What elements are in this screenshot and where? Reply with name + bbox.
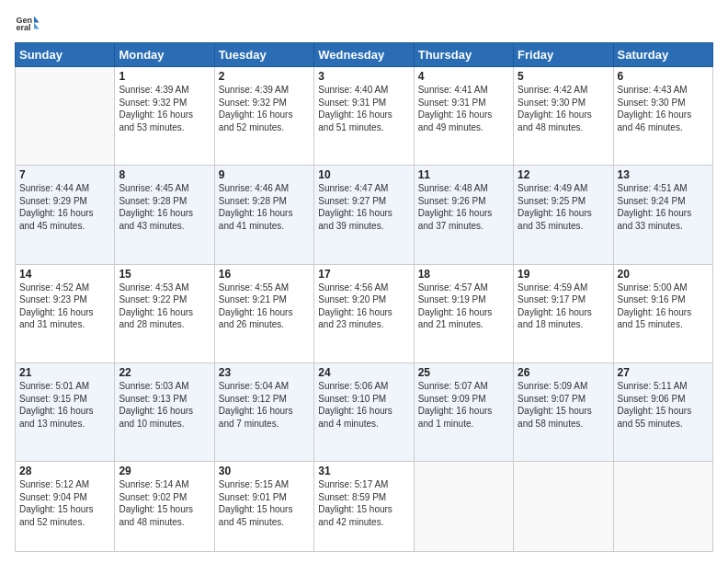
day-info: Sunrise: 5:00 AM Sunset: 9:16 PM Dayligh… (618, 282, 709, 331)
calendar-cell: 4Sunrise: 4:41 AM Sunset: 9:31 PM Daylig… (414, 67, 513, 166)
calendar-week-2: 7Sunrise: 4:44 AM Sunset: 9:29 PM Daylig… (16, 166, 713, 264)
day-number: 24 (318, 366, 409, 379)
day-number: 17 (318, 268, 409, 281)
day-info: Sunrise: 5:04 AM Sunset: 9:12 PM Dayligh… (219, 380, 310, 430)
day-number: 10 (318, 168, 409, 181)
calendar-cell: 22Sunrise: 5:03 AM Sunset: 9:13 PM Dayli… (115, 363, 214, 462)
day-info: Sunrise: 5:11 AM Sunset: 9:06 PM Dayligh… (618, 380, 709, 430)
day-number: 2 (219, 70, 310, 83)
svg-marker-2 (34, 17, 40, 23)
weekday-wednesday: Wednesday (314, 43, 414, 67)
day-number: 9 (219, 168, 310, 181)
day-number: 11 (418, 168, 509, 181)
day-number: 21 (19, 366, 110, 379)
day-info: Sunrise: 4:46 AM Sunset: 9:28 PM Dayligh… (219, 182, 310, 232)
calendar-cell: 3Sunrise: 4:40 AM Sunset: 9:31 PM Daylig… (314, 67, 414, 166)
calendar-cell: 17Sunrise: 4:56 AM Sunset: 9:20 PM Dayli… (314, 264, 414, 362)
calendar-cell: 29Sunrise: 5:14 AM Sunset: 9:02 PM Dayli… (115, 462, 214, 552)
calendar-cell (613, 462, 712, 552)
calendar-cell: 8Sunrise: 4:45 AM Sunset: 9:28 PM Daylig… (115, 166, 214, 264)
day-number: 5 (518, 70, 609, 83)
weekday-tuesday: Tuesday (214, 43, 313, 67)
calendar-cell: 28Sunrise: 5:12 AM Sunset: 9:04 PM Dayli… (16, 462, 115, 552)
day-info: Sunrise: 4:48 AM Sunset: 9:26 PM Dayligh… (418, 182, 509, 232)
logo-icon: Gen eral (15, 11, 40, 37)
calendar-week-3: 14Sunrise: 4:52 AM Sunset: 9:23 PM Dayli… (16, 264, 713, 362)
weekday-saturday: Saturday (613, 43, 712, 67)
day-number: 1 (119, 70, 210, 83)
day-info: Sunrise: 4:47 AM Sunset: 9:27 PM Dayligh… (318, 182, 409, 232)
day-number: 23 (219, 366, 310, 379)
day-number: 3 (318, 70, 409, 83)
day-info: Sunrise: 4:39 AM Sunset: 9:32 PM Dayligh… (119, 84, 210, 133)
day-number: 12 (518, 168, 609, 181)
day-info: Sunrise: 5:09 AM Sunset: 9:07 PM Dayligh… (518, 380, 609, 430)
day-info: Sunrise: 4:56 AM Sunset: 9:20 PM Dayligh… (318, 282, 409, 331)
day-info: Sunrise: 4:41 AM Sunset: 9:31 PM Dayligh… (418, 84, 509, 133)
day-number: 19 (518, 268, 609, 281)
weekday-sunday: Sunday (16, 43, 115, 67)
calendar-cell: 30Sunrise: 5:15 AM Sunset: 9:01 PM Dayli… (214, 462, 313, 552)
day-info: Sunrise: 5:12 AM Sunset: 9:04 PM Dayligh… (19, 478, 110, 528)
calendar-week-5: 28Sunrise: 5:12 AM Sunset: 9:04 PM Dayli… (16, 462, 713, 552)
calendar-cell: 11Sunrise: 4:48 AM Sunset: 9:26 PM Dayli… (414, 166, 513, 264)
calendar-cell: 19Sunrise: 4:59 AM Sunset: 9:17 PM Dayli… (514, 264, 613, 362)
day-number: 27 (618, 366, 709, 379)
day-info: Sunrise: 4:52 AM Sunset: 9:23 PM Dayligh… (19, 282, 110, 331)
calendar-cell: 18Sunrise: 4:57 AM Sunset: 9:19 PM Dayli… (414, 264, 513, 362)
day-info: Sunrise: 4:39 AM Sunset: 9:32 PM Dayligh… (219, 84, 310, 133)
calendar-cell: 31Sunrise: 5:17 AM Sunset: 8:59 PM Dayli… (314, 462, 414, 552)
calendar-cell: 12Sunrise: 4:49 AM Sunset: 9:25 PM Dayli… (514, 166, 613, 264)
day-info: Sunrise: 4:45 AM Sunset: 9:28 PM Dayligh… (119, 182, 210, 232)
day-info: Sunrise: 5:06 AM Sunset: 9:10 PM Dayligh… (318, 380, 409, 430)
day-number: 26 (518, 366, 609, 379)
calendar-cell: 13Sunrise: 4:51 AM Sunset: 9:24 PM Dayli… (613, 166, 712, 264)
calendar-cell: 16Sunrise: 4:55 AM Sunset: 9:21 PM Dayli… (214, 264, 313, 362)
day-info: Sunrise: 4:53 AM Sunset: 9:22 PM Dayligh… (119, 282, 210, 331)
calendar-cell: 5Sunrise: 4:42 AM Sunset: 9:30 PM Daylig… (514, 67, 613, 166)
calendar-table: SundayMondayTuesdayWednesdayThursdayFrid… (15, 42, 713, 552)
calendar-cell: 1Sunrise: 4:39 AM Sunset: 9:32 PM Daylig… (115, 67, 214, 166)
day-info: Sunrise: 5:14 AM Sunset: 9:02 PM Dayligh… (119, 478, 210, 528)
calendar-cell: 10Sunrise: 4:47 AM Sunset: 9:27 PM Dayli… (314, 166, 414, 264)
day-info: Sunrise: 5:17 AM Sunset: 8:59 PM Dayligh… (318, 478, 409, 528)
day-number: 14 (19, 268, 110, 281)
calendar-cell: 7Sunrise: 4:44 AM Sunset: 9:29 PM Daylig… (16, 166, 115, 264)
day-number: 4 (418, 70, 509, 83)
calendar-cell (514, 462, 613, 552)
calendar-cell (16, 67, 115, 166)
calendar-cell: 2Sunrise: 4:39 AM Sunset: 9:32 PM Daylig… (214, 67, 313, 166)
day-info: Sunrise: 4:40 AM Sunset: 9:31 PM Dayligh… (318, 84, 409, 133)
weekday-monday: Monday (115, 43, 214, 67)
day-info: Sunrise: 4:57 AM Sunset: 9:19 PM Dayligh… (418, 282, 509, 331)
calendar-week-4: 21Sunrise: 5:01 AM Sunset: 9:15 PM Dayli… (16, 363, 713, 462)
calendar-cell: 6Sunrise: 4:43 AM Sunset: 9:30 PM Daylig… (613, 67, 712, 166)
day-info: Sunrise: 4:43 AM Sunset: 9:30 PM Dayligh… (618, 84, 709, 133)
day-info: Sunrise: 4:49 AM Sunset: 9:25 PM Dayligh… (518, 182, 609, 232)
day-info: Sunrise: 4:42 AM Sunset: 9:30 PM Dayligh… (518, 84, 609, 133)
page-header: Gen eral (15, 11, 713, 37)
calendar-cell: 20Sunrise: 5:00 AM Sunset: 9:16 PM Dayli… (613, 264, 712, 362)
logo: Gen eral (15, 11, 44, 37)
calendar-body: 1Sunrise: 4:39 AM Sunset: 9:32 PM Daylig… (16, 67, 713, 552)
calendar-cell: 24Sunrise: 5:06 AM Sunset: 9:10 PM Dayli… (314, 363, 414, 462)
day-number: 6 (618, 70, 709, 83)
day-number: 30 (219, 465, 310, 477)
day-info: Sunrise: 5:01 AM Sunset: 9:15 PM Dayligh… (19, 380, 110, 430)
day-info: Sunrise: 4:51 AM Sunset: 9:24 PM Dayligh… (618, 182, 709, 232)
day-number: 22 (119, 366, 210, 379)
calendar-cell (414, 462, 513, 552)
calendar-week-1: 1Sunrise: 4:39 AM Sunset: 9:32 PM Daylig… (16, 67, 713, 166)
day-number: 7 (19, 168, 110, 181)
calendar-cell: 23Sunrise: 5:04 AM Sunset: 9:12 PM Dayli… (214, 363, 313, 462)
day-number: 15 (119, 268, 210, 281)
day-number: 18 (418, 268, 509, 281)
calendar-cell: 14Sunrise: 4:52 AM Sunset: 9:23 PM Dayli… (16, 264, 115, 362)
calendar-cell: 25Sunrise: 5:07 AM Sunset: 9:09 PM Dayli… (414, 363, 513, 462)
day-info: Sunrise: 5:15 AM Sunset: 9:01 PM Dayligh… (219, 478, 310, 528)
day-info: Sunrise: 5:03 AM Sunset: 9:13 PM Dayligh… (119, 380, 210, 430)
weekday-friday: Friday (514, 43, 613, 67)
day-info: Sunrise: 4:59 AM Sunset: 9:17 PM Dayligh… (518, 282, 609, 331)
calendar-cell: 26Sunrise: 5:09 AM Sunset: 9:07 PM Dayli… (514, 363, 613, 462)
day-number: 20 (618, 268, 709, 281)
